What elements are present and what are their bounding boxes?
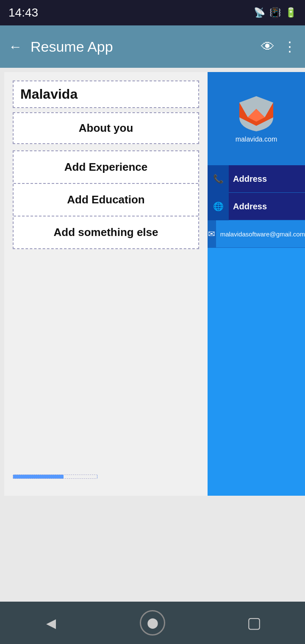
- add-education-button[interactable]: Add Education: [14, 184, 198, 217]
- web-icon: 🌐: [208, 193, 229, 220]
- contact-phone-row[interactable]: 📞 Address: [208, 165, 305, 193]
- status-bar: 14:43 📡 📳 🔋: [0, 0, 305, 25]
- contact-email-row[interactable]: ✉ malavidasoftware@gmail.com: [208, 220, 305, 248]
- add-something-else-button[interactable]: Add something else: [14, 217, 198, 248]
- logo-domain-text: malavida.com: [236, 136, 277, 143]
- email-icon: ✉: [208, 220, 216, 248]
- resume-container: Malavida About you Add Experience Add Ed…: [4, 72, 305, 496]
- recents-nav-button[interactable]: ▢: [241, 610, 267, 636]
- phone-address-label: Address: [229, 174, 305, 184]
- status-icons: 📡 📳 🔋: [254, 7, 297, 18]
- email-address-text: malavidasoftware@gmail.com: [216, 230, 305, 238]
- cast-icon: 📡: [254, 7, 265, 18]
- home-nav-button[interactable]: ⬤: [140, 610, 165, 636]
- home-icon: ⬤: [147, 617, 158, 629]
- recents-icon: ▢: [247, 614, 261, 632]
- progress-bar-container: [13, 475, 97, 479]
- web-address-label: Address: [229, 202, 305, 211]
- progress-bar: [13, 475, 97, 479]
- battery-icon: 🔋: [285, 7, 297, 18]
- about-you-label: About you: [79, 122, 133, 134]
- about-section[interactable]: About you: [13, 112, 199, 144]
- app-title: Resume App: [30, 39, 252, 55]
- phone-icon: 📞: [208, 165, 229, 193]
- resume-name: Malavida: [20, 86, 78, 102]
- actions-group: Add Experience Add Education Add somethi…: [13, 150, 199, 249]
- malavida-logo: [235, 94, 277, 132]
- status-time: 14:43: [8, 6, 38, 19]
- vibrate-icon: 📳: [269, 7, 281, 18]
- content-area: Malavida About you Add Experience Add Ed…: [0, 68, 305, 619]
- add-experience-button[interactable]: Add Experience: [14, 151, 198, 184]
- eye-icon[interactable]: 👁: [261, 39, 274, 55]
- more-menu-icon[interactable]: ⋮: [283, 39, 297, 55]
- right-panel: malavida.com 📞 Address 🌐 Address ✉ malav…: [208, 72, 305, 496]
- left-panel: Malavida About you Add Experience Add Ed…: [4, 72, 208, 496]
- back-nav-button[interactable]: ◀: [38, 610, 64, 636]
- bottom-nav: ◀ ⬤ ▢: [0, 602, 305, 644]
- logo-area: malavida.com: [208, 72, 305, 165]
- name-section: Malavida: [13, 80, 199, 108]
- contact-web-row[interactable]: 🌐 Address: [208, 193, 305, 220]
- back-button[interactable]: ←: [8, 39, 22, 55]
- app-bar: ← Resume App 👁 ⋮: [0, 25, 305, 68]
